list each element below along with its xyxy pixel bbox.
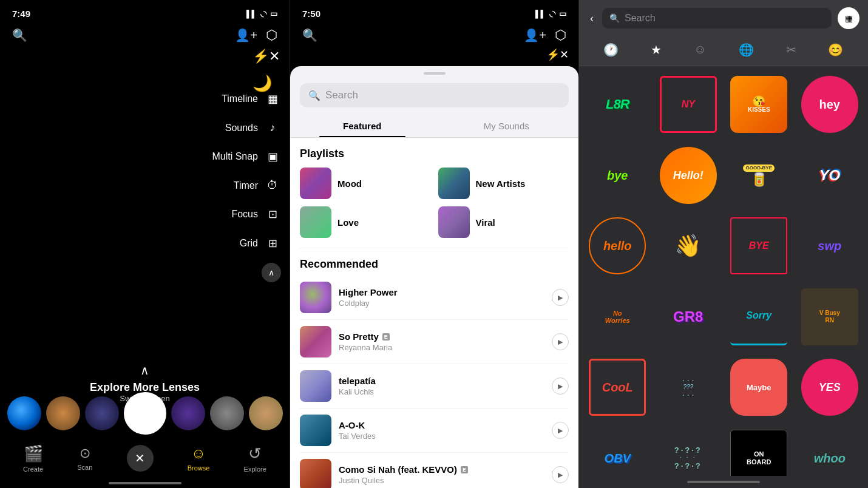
grid-menu-item[interactable]: Grid ⊞	[240, 229, 281, 258]
sticker-action-icon: ▦	[845, 13, 853, 23]
mood-label: Mood	[337, 178, 362, 189]
sticker-hello2[interactable]: hello	[583, 211, 653, 281]
playlists-grid: Mood New Artists Love Viral	[290, 165, 578, 248]
sticker-kisses[interactable]: 😘 KISSES	[724, 70, 794, 140]
my-sounds-tab[interactable]: My Sounds	[435, 115, 579, 137]
face-category-icon[interactable]: 😊	[822, 40, 849, 59]
create-nav-btn[interactable]: 🎬 Create	[23, 444, 43, 473]
explore-nav-btn[interactable]: ↺ Explore	[244, 444, 266, 473]
expand-menu-button[interactable]: ∧	[262, 263, 281, 282]
song-item-2[interactable]: telepatía Kali Uchis ▶	[290, 364, 578, 408]
multisnap-label: Multi Snap	[212, 151, 258, 162]
sticker-whoo[interactable]: whoo	[795, 424, 865, 476]
lens-pink[interactable]	[46, 396, 80, 430]
add-friend-icon-2[interactable]: 👤+	[524, 28, 546, 42]
song-title-3: A-O-K	[339, 420, 544, 430]
sticker-gr8[interactable]: GR8	[654, 282, 724, 352]
sounds-menu-item[interactable]: Sounds ♪	[225, 114, 281, 142]
sticker-yo[interactable]: YO	[795, 141, 865, 211]
play-btn-3[interactable]: ▶	[552, 422, 569, 439]
lens-purple[interactable]	[171, 396, 205, 430]
close-button[interactable]: ✕	[127, 445, 154, 472]
song-item-0[interactable]: Higher Power Coldplay ▶	[290, 276, 578, 319]
recent-category-icon[interactable]: 🕐	[597, 40, 625, 59]
song-thumb-1	[300, 326, 331, 358]
sticker-qqq[interactable]: ?·?·? · · · ?·?·?	[654, 424, 724, 476]
playlist-mood[interactable]: Mood	[300, 168, 431, 199]
sticker-maybe[interactable]: Maybe	[724, 353, 794, 422]
snap-icon[interactable]: ⬡	[266, 27, 277, 43]
lens-gray[interactable]	[210, 396, 244, 430]
sticker-cool[interactable]: CooL	[583, 353, 653, 422]
song-item-1[interactable]: So Pretty E Reyanna Maria ▶	[290, 320, 578, 364]
timer-menu-item[interactable]: Timer ⏱	[234, 171, 281, 200]
song-artist-0: Coldplay	[339, 299, 544, 308]
sticker-onboard[interactable]: ONBOARD	[724, 424, 794, 476]
playlist-love[interactable]: Love	[300, 206, 431, 238]
browse-nav-btn[interactable]: ☺ Browse	[188, 445, 210, 472]
sticker-bye2[interactable]: BYE	[724, 211, 794, 281]
timer-icon: ⏱	[264, 179, 281, 192]
song-item-4[interactable]: Como Si Nah (feat. KEVVO) E Justin Quile…	[290, 453, 578, 488]
globe-category-icon[interactable]: 🌐	[733, 40, 760, 59]
playlists-section-title: Playlists	[290, 138, 578, 165]
flash-icon[interactable]: ⚡✕	[253, 49, 280, 64]
sticker-bye[interactable]: bye	[583, 141, 653, 211]
sticker-dots[interactable]: · · · ??? · · ·	[654, 353, 724, 422]
scan-nav-btn[interactable]: ⊙ Scan	[77, 446, 92, 471]
starred-category-icon[interactable]: ★	[645, 40, 668, 59]
sticker-action-button[interactable]: ▦	[838, 7, 860, 29]
back-button[interactable]: ‹	[588, 10, 596, 27]
lens-globe[interactable]	[7, 396, 41, 430]
sticker-vbusyrn[interactable]: V BusyRN	[795, 282, 865, 352]
sticker-swp[interactable]: swp	[795, 211, 865, 281]
song-item-3[interactable]: A-O-K Tai Verdes ▶	[290, 408, 578, 452]
play-btn-2[interactable]: ▶	[552, 378, 569, 395]
sticker-noworries[interactable]: NoWorries	[583, 282, 653, 352]
status-icons-2: ▌▌ ◟◝ ▭	[535, 9, 566, 18]
search-icon-1[interactable]: 🔍	[12, 28, 27, 42]
play-btn-4[interactable]: ▶	[552, 466, 569, 483]
sticker-wave[interactable]: 👋	[654, 211, 724, 281]
song-info-2: telepatía Kali Uchis	[339, 376, 544, 396]
playlist-viral[interactable]: Viral	[438, 206, 569, 238]
featured-tab[interactable]: Featured	[290, 115, 435, 137]
scissors-category-icon[interactable]: ✂	[780, 40, 802, 59]
play-btn-1[interactable]: ▶	[552, 333, 569, 350]
sticker-maybe-content: Maybe	[730, 359, 787, 416]
multisnap-menu-item[interactable]: Multi Snap ▣	[212, 142, 281, 171]
sticker-hello[interactable]: Hello!	[654, 141, 724, 211]
sticker-l8r[interactable]: L8R	[583, 70, 653, 140]
play-btn-0[interactable]: ▶	[552, 289, 569, 306]
sticker-search-bar[interactable]: 🔍 Search	[602, 8, 832, 29]
new-artists-label: New Artists	[476, 178, 526, 189]
playlist-new-artists[interactable]: New Artists	[438, 168, 569, 199]
sticker-ny[interactable]: NY	[654, 70, 724, 140]
sounds-search-bar[interactable]: 🔍 Search	[300, 83, 569, 107]
sticker-yes-content: YES	[801, 359, 858, 416]
lens-face[interactable]	[249, 396, 283, 430]
sounds-search-icon: 🔍	[308, 90, 320, 101]
snap-icon-2[interactable]: ⬡	[555, 27, 566, 43]
add-friend-icon[interactable]: 👤+	[235, 28, 257, 42]
sticker-sorry[interactable]: Sorry	[724, 282, 794, 352]
recommended-section-title: Recommended	[290, 248, 578, 276]
song-thumb-2	[300, 370, 331, 402]
focus-menu-item[interactable]: Focus ⊡	[231, 200, 281, 229]
sticker-goodbye[interactable]: GOOD-BYE 🥫	[724, 141, 794, 211]
search-icon-2[interactable]: 🔍	[302, 28, 317, 42]
lens-game[interactable]	[85, 396, 119, 430]
flash-icon-2[interactable]: ⚡✕	[546, 48, 569, 61]
sounds-content: Playlists Mood New Artists Love Viral	[290, 138, 578, 488]
lens-carousel	[0, 392, 290, 435]
sticker-hey[interactable]: hey	[795, 70, 865, 140]
mood-thumb	[300, 168, 331, 199]
sticker-yes[interactable]: YES	[795, 353, 865, 422]
lens-active[interactable]	[124, 392, 166, 435]
wifi-icon-2: ◟◝	[549, 9, 555, 18]
sticker-obv[interactable]: OBV	[583, 424, 653, 476]
signal-icon: ▌▌	[246, 10, 257, 18]
sticker-kisses-content: 😘 KISSES	[730, 76, 787, 133]
night-mode-icon[interactable]: 🌙	[253, 74, 280, 93]
emoji-category-icon[interactable]: ☺	[688, 40, 712, 59]
